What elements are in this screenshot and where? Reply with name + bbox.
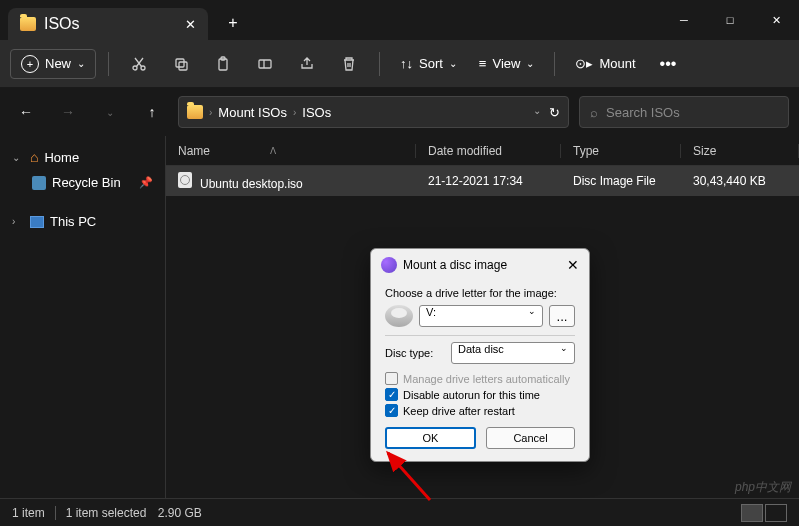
ok-button[interactable]: OK: [385, 427, 476, 449]
view-label: View: [492, 56, 520, 71]
sidebar-label: Home: [44, 150, 79, 165]
pc-icon: [30, 216, 44, 228]
rename-button[interactable]: [247, 48, 283, 80]
search-icon: ⌕: [590, 105, 598, 120]
checkbox-label: Disable autorun for this time: [403, 389, 540, 401]
column-headers: Nameᐱ Date modified Type Size: [166, 136, 799, 166]
dialog-titlebar: Mount a disc image ✕: [371, 249, 589, 281]
new-button[interactable]: + New ⌄: [10, 49, 96, 79]
browse-button[interactable]: ...: [549, 305, 575, 327]
view-button[interactable]: ≡ View ⌄: [471, 56, 543, 71]
column-date[interactable]: Date modified: [416, 144, 561, 158]
file-row[interactable]: Ubuntu desktop.iso 21-12-2021 17:34 Disc…: [166, 166, 799, 196]
new-tab-button[interactable]: +: [218, 8, 248, 38]
disc-type-label: Disc type:: [385, 347, 445, 359]
checkbox-label: Keep drive after restart: [403, 405, 515, 417]
folder-icon: [187, 105, 203, 119]
sort-button[interactable]: ↑↓ Sort ⌄: [392, 56, 465, 71]
checkbox-icon: [385, 372, 398, 385]
sidebar: ⌄ ⌂ Home Recycle Bin 📌 › This PC: [0, 136, 165, 498]
mount-dialog: Mount a disc image ✕ Choose a drive lett…: [370, 248, 590, 462]
mount-label: Mount: [599, 56, 635, 71]
details-view-button[interactable]: [741, 504, 763, 522]
sidebar-label: Recycle Bin: [52, 175, 121, 190]
recent-button[interactable]: ⌄: [94, 96, 126, 128]
back-button[interactable]: ←: [10, 96, 42, 128]
column-type[interactable]: Type: [561, 144, 681, 158]
sidebar-item-recycle[interactable]: Recycle Bin 📌: [4, 170, 161, 195]
chevron-down-icon[interactable]: ⌄: [533, 105, 541, 120]
drive-letter-select[interactable]: V:⌄: [419, 305, 543, 327]
cut-button[interactable]: [121, 48, 157, 80]
search-placeholder: Search ISOs: [606, 105, 680, 120]
sidebar-label: This PC: [50, 214, 96, 229]
chevron-down-icon: ⌄: [77, 58, 85, 69]
copy-button[interactable]: [163, 48, 199, 80]
sort-icon: ↑↓: [400, 56, 413, 71]
delete-button[interactable]: [331, 48, 367, 80]
minimize-button[interactable]: ─: [661, 4, 707, 36]
close-window-button[interactable]: ✕: [753, 4, 799, 36]
svg-rect-6: [259, 60, 271, 68]
checkbox-label: Manage drive letters automatically: [403, 373, 570, 385]
drive-icon: [385, 305, 413, 327]
sort-asc-icon: ᐱ: [270, 146, 276, 156]
recycle-icon: [32, 176, 46, 190]
refresh-icon[interactable]: ↻: [549, 105, 560, 120]
plus-icon: +: [21, 55, 39, 73]
checkbox-checked-icon: ✓: [385, 388, 398, 401]
chevron-down-icon: ⌄: [12, 152, 24, 163]
file-date: 21-12-2021 17:34: [416, 174, 561, 188]
paste-button[interactable]: [205, 48, 241, 80]
status-count: 1 item: [12, 506, 45, 520]
breadcrumb-part[interactable]: ISOs: [302, 105, 331, 120]
separator: [379, 52, 380, 76]
file-size: 30,43,440 KB: [681, 174, 778, 188]
disable-autorun-checkbox[interactable]: ✓ Disable autorun for this time: [385, 388, 575, 401]
maximize-button[interactable]: □: [707, 4, 753, 36]
close-icon[interactable]: ✕: [567, 257, 579, 273]
search-input[interactable]: ⌕ Search ISOs: [579, 96, 789, 128]
status-size: 2.90 GB: [158, 506, 202, 520]
home-icon: ⌂: [30, 149, 38, 165]
chevron-right-icon: ›: [12, 216, 24, 227]
separator: [108, 52, 109, 76]
chevron-right-icon: ›: [209, 107, 212, 118]
manage-letters-checkbox[interactable]: Manage drive letters automatically: [385, 372, 575, 385]
file-name: Ubuntu desktop.iso: [200, 177, 303, 191]
sidebar-item-home[interactable]: ⌄ ⌂ Home: [4, 144, 161, 170]
mount-button[interactable]: ⊙▸ Mount: [567, 56, 643, 71]
mount-icon: ⊙▸: [575, 56, 593, 71]
titlebar: ISOs ✕ + ─ □ ✕: [0, 0, 799, 40]
forward-button[interactable]: →: [52, 96, 84, 128]
svg-point-1: [141, 66, 145, 70]
column-size[interactable]: Size: [681, 144, 799, 158]
keep-drive-checkbox[interactable]: ✓ Keep drive after restart: [385, 404, 575, 417]
svg-rect-4: [219, 59, 227, 70]
sidebar-item-thispc[interactable]: › This PC: [4, 209, 161, 234]
up-button[interactable]: ↑: [136, 96, 168, 128]
chevron-right-icon: ›: [293, 107, 296, 118]
tab-title: ISOs: [44, 15, 80, 33]
more-button[interactable]: •••: [650, 55, 687, 73]
cancel-button[interactable]: Cancel: [486, 427, 575, 449]
statusbar: 1 item 1 item selected 2.90 GB: [0, 498, 799, 526]
window-controls: ─ □ ✕: [661, 4, 799, 36]
sort-label: Sort: [419, 56, 443, 71]
thumbnails-view-button[interactable]: [765, 504, 787, 522]
breadcrumb-part[interactable]: Mount ISOs: [218, 105, 287, 120]
iso-file-icon: [178, 172, 192, 188]
address-bar[interactable]: › Mount ISOs › ISOs ⌄ ↻: [178, 96, 569, 128]
svg-point-0: [133, 66, 137, 70]
column-name[interactable]: Nameᐱ: [166, 144, 416, 158]
choose-label: Choose a drive letter for the image:: [385, 287, 575, 299]
close-tab-icon[interactable]: ✕: [185, 17, 196, 32]
dialog-icon: [381, 257, 397, 273]
separator: [385, 335, 575, 336]
share-button[interactable]: [289, 48, 325, 80]
disc-type-select[interactable]: Data disc⌄: [451, 342, 575, 364]
svg-rect-2: [176, 59, 184, 67]
dialog-title: Mount a disc image: [403, 258, 507, 272]
tab-isos[interactable]: ISOs ✕: [8, 8, 208, 40]
new-label: New: [45, 56, 71, 71]
